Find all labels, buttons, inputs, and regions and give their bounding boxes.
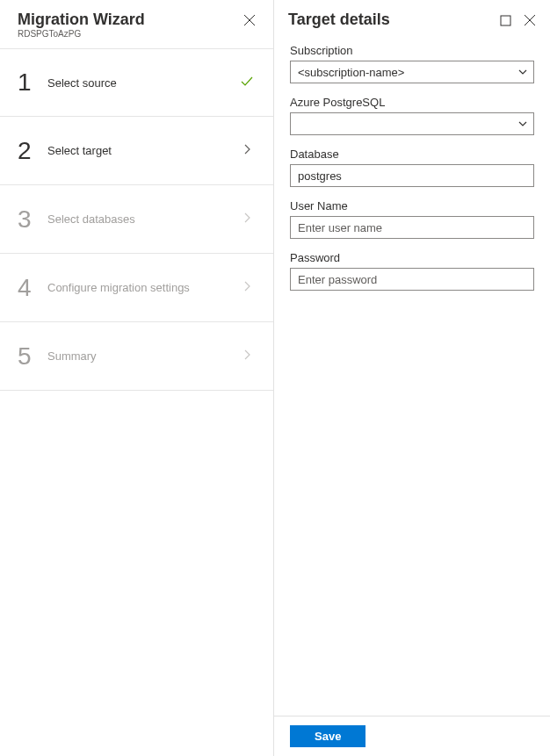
step-label: Select source xyxy=(47,76,238,90)
wizard-panel: Migration Wizard RDSPGToAzPG 1 Select so… xyxy=(0,0,274,756)
step-number: 1 xyxy=(18,68,47,97)
wizard-steps: 1 Select source 2 Select target 3 Select… xyxy=(0,48,273,391)
chevron-right-icon xyxy=(242,212,251,227)
label-username: User Name xyxy=(290,199,534,212)
field-azure-postgresql: Azure PostgreSQL xyxy=(290,96,534,135)
maximize-icon[interactable] xyxy=(500,15,511,26)
chevron-down-icon xyxy=(517,66,528,79)
select-azure-postgresql[interactable] xyxy=(290,112,534,135)
input-database[interactable] xyxy=(290,164,534,187)
chevron-down-icon xyxy=(517,118,528,131)
field-subscription: Subscription <subscription-name> xyxy=(290,44,534,83)
details-footer: Save xyxy=(274,716,550,756)
step-label: Select target xyxy=(47,144,238,157)
step-number: 4 xyxy=(18,274,47,302)
label-database: Database xyxy=(290,148,534,161)
wizard-title: Migration Wizard xyxy=(18,11,145,29)
step-label: Select databases xyxy=(47,212,238,226)
chevron-right-icon xyxy=(242,280,251,295)
step-label: Configure migration settings xyxy=(47,281,238,294)
save-button[interactable]: Save xyxy=(290,725,365,747)
step-number: 5 xyxy=(18,342,47,371)
step-summary[interactable]: 5 Summary xyxy=(0,322,273,391)
check-icon xyxy=(240,75,254,91)
chevron-right-icon xyxy=(242,143,251,158)
details-header: Target details xyxy=(274,0,550,35)
form-body: Subscription <subscription-name> Azure P… xyxy=(274,35,550,716)
details-title: Target details xyxy=(288,11,390,29)
label-password: Password xyxy=(290,251,534,264)
select-value: <subscription-name> xyxy=(298,66,404,79)
label-subscription: Subscription xyxy=(290,44,534,57)
chevron-right-icon xyxy=(242,349,251,364)
input-username[interactable] xyxy=(290,216,534,239)
details-panel: Target details Subscription <subscriptio… xyxy=(274,0,550,756)
wizard-header: Migration Wizard RDSPGToAzPG xyxy=(0,0,273,48)
step-configure-migration[interactable]: 4 Configure migration settings xyxy=(0,254,273,322)
label-azure-postgresql: Azure PostgreSQL xyxy=(290,96,534,109)
field-database: Database xyxy=(290,148,534,187)
input-password[interactable] xyxy=(290,268,534,291)
step-number: 2 xyxy=(18,137,47,165)
wizard-subtitle: RDSPGToAzPG xyxy=(18,29,145,39)
close-icon[interactable] xyxy=(243,14,256,26)
step-number: 3 xyxy=(18,205,47,234)
close-icon[interactable] xyxy=(524,14,536,26)
field-password: Password xyxy=(290,251,534,291)
select-subscription[interactable]: <subscription-name> xyxy=(290,61,534,83)
step-label: Summary xyxy=(47,349,238,363)
step-select-target[interactable]: 2 Select target xyxy=(0,117,273,185)
step-select-source[interactable]: 1 Select source xyxy=(0,48,273,117)
step-select-databases[interactable]: 3 Select databases xyxy=(0,185,273,254)
svg-rect-0 xyxy=(501,16,510,25)
field-username: User Name xyxy=(290,199,534,239)
